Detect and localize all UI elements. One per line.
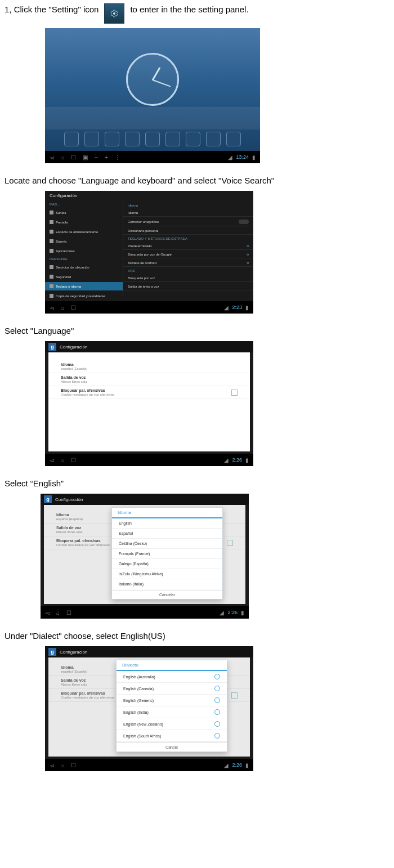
detail-row[interactable]: Búsqueda por voz de Google⚙: [123, 251, 253, 258]
detail-row[interactable]: Corrector ortográfico: [123, 218, 253, 226]
home-icon[interactable]: ⌂: [61, 762, 64, 768]
checkbox-icon[interactable]: [231, 390, 238, 396]
popup-item[interactable]: English (South Africa): [117, 730, 227, 742]
home-icon[interactable]: ⌂: [61, 457, 64, 463]
recent-icon[interactable]: ☐: [71, 762, 76, 768]
home-icon[interactable]: ⌂: [61, 305, 64, 311]
back-icon[interactable]: ◅: [45, 610, 50, 616]
dock-icon[interactable]: [186, 132, 200, 146]
dock-icon[interactable]: [64, 132, 79, 146]
radio-icon[interactable]: [214, 721, 220, 727]
volume-down-icon[interactable]: −: [95, 154, 98, 160]
sidebar-item[interactable]: Aplicaciones: [45, 247, 123, 255]
clock-widget-icon: [126, 53, 179, 106]
popup-cancel-button[interactable]: Cancelar: [112, 590, 222, 599]
dock-icon[interactable]: [145, 132, 160, 146]
checkbox-icon: [231, 692, 238, 699]
wifi-icon: ◢: [220, 610, 224, 616]
popup-cancel-button[interactable]: Cancel: [117, 742, 227, 751]
popup-item-english[interactable]: English: [112, 518, 222, 529]
radio-icon[interactable]: [214, 733, 220, 739]
sidebar-item-language[interactable]: Teclado e idioma: [45, 282, 123, 290]
toggle-icon[interactable]: [239, 220, 249, 224]
detail-row[interactable]: Salida de texto a voz: [123, 283, 253, 290]
back-icon[interactable]: ◅: [50, 457, 54, 463]
voice-row[interactable]: Bloquear pal. ofensivasOcultar resultado…: [48, 386, 250, 399]
popup-item[interactable]: Čeština (Česko): [112, 539, 222, 549]
dock-icon[interactable]: [105, 132, 119, 146]
popup-item[interactable]: Italiano (Italia): [112, 579, 222, 589]
recent-icon[interactable]: ☐: [71, 457, 76, 463]
settings-sub-icon[interactable]: ⚙: [247, 253, 249, 256]
dock-icon[interactable]: [84, 132, 99, 146]
step-5: Under "Dialect" choose, select English(U…: [5, 631, 389, 641]
voice-row-language[interactable]: Idiomaespañol (España): [48, 360, 250, 373]
home-icon[interactable]: ⌂: [56, 610, 60, 616]
voice-settings-page-dimmed: Idiomaespañol (España) Salida de vozMano…: [44, 505, 245, 604]
settings-app-icon: [104, 3, 124, 24]
step-1-text-a: 1, Click the "Setting" icon: [5, 5, 98, 14]
screenshot-language-popup: g Configuración Idiomaespañol (España) S…: [41, 494, 389, 619]
back-icon[interactable]: ◅: [50, 305, 54, 311]
google-g-icon: g: [44, 495, 52, 503]
statusbar-clock: 2:26: [232, 762, 242, 768]
radio-icon[interactable]: [214, 709, 220, 715]
recent-icon[interactable]: ☐: [71, 305, 76, 311]
popup-item[interactable]: Français (France): [112, 549, 222, 559]
sidebar-item[interactable]: Seguridad: [45, 272, 123, 281]
radio-icon[interactable]: [214, 674, 220, 679]
detail-row[interactable]: Diccionario personal: [123, 227, 253, 235]
dock-icon[interactable]: [206, 132, 221, 146]
screenshot-home: ◅ ⌂ ☐ ▣ − + ⋮ ◢ 13:24 ▮: [45, 28, 389, 163]
back-icon[interactable]: ◅: [50, 762, 54, 768]
settings-sidebar: MAS... Sonido Pantalla Espacio de almace…: [45, 200, 123, 296]
home-icon[interactable]: ⌂: [61, 154, 64, 160]
popup-item[interactable]: English (India): [117, 706, 227, 718]
popup-item[interactable]: English (Generic): [117, 695, 227, 706]
detail-row-voice-search[interactable]: Búsqueda por voz: [123, 275, 253, 282]
sidebar-item[interactable]: Pantalla: [45, 218, 123, 226]
popup-list[interactable]: English (Australia) English (Canada) Eng…: [117, 671, 227, 742]
dock-icon[interactable]: [125, 132, 140, 146]
detail-row[interactable]: Idioma: [123, 209, 253, 217]
menu-icon[interactable]: ⋮: [115, 154, 120, 160]
popup-item[interactable]: isiZulu (iNingizimu Afrika): [112, 569, 222, 579]
recent-icon[interactable]: ☐: [71, 154, 76, 160]
voice-settings-page-dimmed: Idiomaespañol (España) Salida de vozMano…: [48, 657, 250, 757]
settings-sub-icon[interactable]: ⚙: [247, 244, 249, 248]
popup-title: Idioma: [112, 508, 222, 518]
sidebar-item[interactable]: Batería: [45, 237, 123, 245]
volume-up-icon[interactable]: +: [105, 154, 108, 160]
popup-item[interactable]: English (New Zealand): [117, 718, 227, 730]
wifi-icon: ◢: [228, 154, 232, 160]
radio-icon[interactable]: [214, 686, 220, 691]
sidebar-item[interactable]: Espacio de almacenamiento: [45, 227, 123, 236]
detail-row[interactable]: Predeterminado⚙: [123, 243, 253, 250]
back-icon[interactable]: ◅: [50, 154, 54, 160]
popup-item[interactable]: English (Canada): [117, 683, 227, 695]
voice-settings-dialect-screen: g Configuración Idiomaespañol (España) S…: [45, 646, 253, 771]
radio-icon[interactable]: [214, 697, 220, 703]
voice-settings-popup-screen: g Configuración Idiomaespañol (España) S…: [41, 494, 249, 619]
dialect-popup: Dialecto English (Australia) English (Ca…: [116, 660, 227, 752]
sidebar-item[interactable]: Servicios de ubicación: [45, 263, 123, 271]
popup-item[interactable]: English (Australia): [117, 671, 227, 683]
dock-icon[interactable]: [165, 132, 180, 146]
voice-settings-page: Idiomaespañol (España) Salida de vozMano…: [48, 352, 250, 451]
popup-item[interactable]: Español: [112, 529, 222, 539]
sidebar-item[interactable]: Copia de seguridad y restablecer: [45, 292, 123, 300]
wifi-icon: ◢: [224, 305, 229, 311]
voice-row[interactable]: Salida de vozManos libres solo: [48, 373, 250, 386]
sidebar-item[interactable]: Sonido: [45, 208, 123, 217]
screenshot-icon[interactable]: ▣: [83, 154, 88, 160]
recent-icon[interactable]: ☐: [66, 610, 71, 616]
voice-settings-screen: g Configuración Idiomaespañol (España) S…: [45, 341, 253, 466]
popup-list[interactable]: English Español Čeština (Česko) Français…: [112, 518, 222, 590]
statusbar-clock: 2:26: [232, 457, 242, 463]
android-navbar: ◅ ⌂ ☐ ▣ − + ⋮ ◢ 13:24 ▮: [45, 151, 260, 163]
step-4: Select “English”: [5, 478, 389, 488]
popup-item[interactable]: Galego (España): [112, 559, 222, 569]
dock-icon[interactable]: [226, 132, 241, 146]
settings-sub-icon[interactable]: ⚙: [247, 261, 249, 265]
detail-row[interactable]: Teclado de Android⚙: [123, 259, 253, 267]
